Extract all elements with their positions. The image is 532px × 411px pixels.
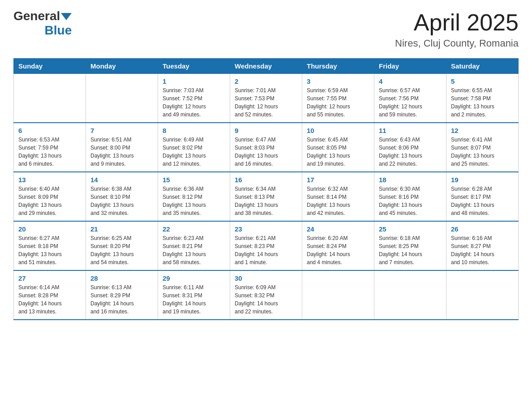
- calendar-week-row: 13Sunrise: 6:40 AM Sunset: 8:09 PM Dayli…: [14, 172, 519, 221]
- calendar-table: SundayMondayTuesdayWednesdayThursdayFrid…: [13, 58, 519, 320]
- calendar-cell: 17Sunrise: 6:32 AM Sunset: 8:14 PM Dayli…: [302, 172, 374, 221]
- day-number: 17: [307, 176, 369, 184]
- calendar-cell: [302, 270, 374, 320]
- day-info: Sunrise: 6:34 AM Sunset: 8:13 PM Dayligh…: [235, 185, 297, 217]
- calendar-cell: [86, 74, 158, 123]
- day-info: Sunrise: 6:27 AM Sunset: 8:18 PM Dayligh…: [18, 234, 81, 266]
- calendar-week-row: 27Sunrise: 6:14 AM Sunset: 8:28 PM Dayli…: [14, 270, 519, 320]
- day-info: Sunrise: 6:41 AM Sunset: 8:07 PM Dayligh…: [451, 136, 514, 168]
- title-block: April 2025 Nires, Cluj County, Romania: [395, 9, 519, 49]
- calendar-cell: 8Sunrise: 6:49 AM Sunset: 8:02 PM Daylig…: [158, 123, 230, 172]
- weekday-header-sunday: Sunday: [14, 59, 86, 74]
- calendar-cell: 18Sunrise: 6:30 AM Sunset: 8:16 PM Dayli…: [374, 172, 446, 221]
- day-number: 27: [18, 274, 81, 282]
- day-number: 22: [163, 225, 225, 233]
- day-number: 19: [451, 176, 514, 184]
- weekday-header-tuesday: Tuesday: [158, 59, 230, 74]
- day-info: Sunrise: 6:09 AM Sunset: 8:32 PM Dayligh…: [235, 283, 297, 316]
- calendar-cell: 7Sunrise: 6:51 AM Sunset: 8:00 PM Daylig…: [86, 123, 158, 172]
- calendar-cell: 16Sunrise: 6:34 AM Sunset: 8:13 PM Dayli…: [230, 172, 302, 221]
- day-number: 16: [235, 176, 297, 184]
- day-info: Sunrise: 6:16 AM Sunset: 8:27 PM Dayligh…: [451, 234, 514, 266]
- calendar-cell: 30Sunrise: 6:09 AM Sunset: 8:32 PM Dayli…: [230, 270, 302, 320]
- day-info: Sunrise: 6:20 AM Sunset: 8:24 PM Dayligh…: [307, 234, 369, 266]
- day-number: 6: [18, 127, 81, 134]
- calendar-cell: 28Sunrise: 6:13 AM Sunset: 8:29 PM Dayli…: [86, 270, 158, 320]
- day-number: 11: [379, 127, 442, 134]
- day-number: 1: [163, 77, 225, 85]
- day-info: Sunrise: 6:43 AM Sunset: 8:06 PM Dayligh…: [379, 136, 442, 168]
- day-number: 29: [163, 274, 225, 282]
- day-info: Sunrise: 6:14 AM Sunset: 8:28 PM Dayligh…: [18, 283, 81, 316]
- logo: General Blue: [13, 9, 72, 38]
- day-info: Sunrise: 6:21 AM Sunset: 8:23 PM Dayligh…: [235, 234, 297, 266]
- calendar-cell: 13Sunrise: 6:40 AM Sunset: 8:09 PM Dayli…: [14, 172, 86, 221]
- day-info: Sunrise: 6:57 AM Sunset: 7:56 PM Dayligh…: [379, 86, 442, 119]
- calendar-cell: 22Sunrise: 6:23 AM Sunset: 8:21 PM Dayli…: [158, 221, 230, 270]
- day-info: Sunrise: 6:32 AM Sunset: 8:14 PM Dayligh…: [307, 185, 369, 217]
- calendar-cell: 11Sunrise: 6:43 AM Sunset: 8:06 PM Dayli…: [374, 123, 446, 172]
- calendar-cell: 26Sunrise: 6:16 AM Sunset: 8:27 PM Dayli…: [446, 221, 519, 270]
- day-info: Sunrise: 6:49 AM Sunset: 8:02 PM Dayligh…: [163, 136, 225, 168]
- weekday-header-friday: Friday: [374, 59, 446, 74]
- day-info: Sunrise: 7:03 AM Sunset: 7:52 PM Dayligh…: [163, 86, 225, 119]
- weekday-header-thursday: Thursday: [302, 59, 374, 74]
- day-number: 10: [307, 127, 369, 134]
- weekday-header-saturday: Saturday: [446, 59, 519, 74]
- calendar-cell: 19Sunrise: 6:28 AM Sunset: 8:17 PM Dayli…: [446, 172, 519, 221]
- calendar-cell: 10Sunrise: 6:45 AM Sunset: 8:05 PM Dayli…: [302, 123, 374, 172]
- day-number: 30: [235, 274, 297, 282]
- day-info: Sunrise: 6:25 AM Sunset: 8:20 PM Dayligh…: [90, 234, 153, 266]
- calendar-cell: 27Sunrise: 6:14 AM Sunset: 8:28 PM Dayli…: [14, 270, 86, 320]
- day-number: 15: [163, 176, 225, 184]
- calendar-cell: 25Sunrise: 6:18 AM Sunset: 8:25 PM Dayli…: [374, 221, 446, 270]
- calendar-cell: 15Sunrise: 6:36 AM Sunset: 8:12 PM Dayli…: [158, 172, 230, 221]
- calendar-cell: 20Sunrise: 6:27 AM Sunset: 8:18 PM Dayli…: [14, 221, 86, 270]
- calendar-cell: 9Sunrise: 6:47 AM Sunset: 8:03 PM Daylig…: [230, 123, 302, 172]
- day-info: Sunrise: 6:28 AM Sunset: 8:17 PM Dayligh…: [451, 185, 514, 217]
- calendar-cell: 12Sunrise: 6:41 AM Sunset: 8:07 PM Dayli…: [446, 123, 519, 172]
- calendar-cell: 5Sunrise: 6:55 AM Sunset: 7:58 PM Daylig…: [446, 74, 519, 123]
- calendar-cell: 4Sunrise: 6:57 AM Sunset: 7:56 PM Daylig…: [374, 74, 446, 123]
- calendar-cell: [446, 270, 519, 320]
- calendar-cell: 23Sunrise: 6:21 AM Sunset: 8:23 PM Dayli…: [230, 221, 302, 270]
- day-info: Sunrise: 6:36 AM Sunset: 8:12 PM Dayligh…: [163, 185, 225, 217]
- day-number: 4: [379, 77, 442, 85]
- calendar-cell: 29Sunrise: 6:11 AM Sunset: 8:31 PM Dayli…: [158, 270, 230, 320]
- day-number: 28: [90, 274, 153, 282]
- day-info: Sunrise: 6:23 AM Sunset: 8:21 PM Dayligh…: [163, 234, 225, 266]
- logo-general-text: General: [13, 9, 60, 23]
- day-info: Sunrise: 6:18 AM Sunset: 8:25 PM Dayligh…: [379, 234, 442, 266]
- day-info: Sunrise: 7:01 AM Sunset: 7:53 PM Dayligh…: [235, 86, 297, 119]
- day-number: 26: [451, 225, 514, 233]
- day-number: 7: [90, 127, 153, 134]
- logo-blue-text: Blue: [45, 23, 72, 37]
- calendar-cell: 6Sunrise: 6:53 AM Sunset: 7:59 PM Daylig…: [14, 123, 86, 172]
- day-info: Sunrise: 6:59 AM Sunset: 7:55 PM Dayligh…: [307, 86, 369, 119]
- calendar-header-row: SundayMondayTuesdayWednesdayThursdayFrid…: [14, 59, 519, 74]
- day-number: 12: [451, 127, 514, 134]
- day-number: 14: [90, 176, 153, 184]
- calendar-cell: 21Sunrise: 6:25 AM Sunset: 8:20 PM Dayli…: [86, 221, 158, 270]
- day-info: Sunrise: 6:51 AM Sunset: 8:00 PM Dayligh…: [90, 136, 153, 168]
- calendar-title: April 2025: [395, 9, 519, 36]
- day-number: 18: [379, 176, 442, 184]
- day-info: Sunrise: 6:38 AM Sunset: 8:10 PM Dayligh…: [90, 185, 153, 217]
- day-info: Sunrise: 6:13 AM Sunset: 8:29 PM Dayligh…: [90, 283, 153, 316]
- day-info: Sunrise: 6:53 AM Sunset: 7:59 PM Dayligh…: [18, 136, 81, 168]
- day-number: 5: [451, 77, 514, 85]
- day-info: Sunrise: 6:30 AM Sunset: 8:16 PM Dayligh…: [379, 185, 442, 217]
- day-info: Sunrise: 6:47 AM Sunset: 8:03 PM Dayligh…: [235, 136, 297, 168]
- weekday-header-monday: Monday: [86, 59, 158, 74]
- calendar-cell: 3Sunrise: 6:59 AM Sunset: 7:55 PM Daylig…: [302, 74, 374, 123]
- day-number: 24: [307, 225, 369, 233]
- day-number: 20: [18, 225, 81, 233]
- day-number: 23: [235, 225, 297, 233]
- day-number: 25: [379, 225, 442, 233]
- calendar-cell: [374, 270, 446, 320]
- day-number: 9: [235, 127, 297, 134]
- calendar-cell: [14, 74, 86, 123]
- day-number: 13: [18, 176, 81, 184]
- calendar-cell: 24Sunrise: 6:20 AM Sunset: 8:24 PM Dayli…: [302, 221, 374, 270]
- day-info: Sunrise: 6:40 AM Sunset: 8:09 PM Dayligh…: [18, 185, 81, 217]
